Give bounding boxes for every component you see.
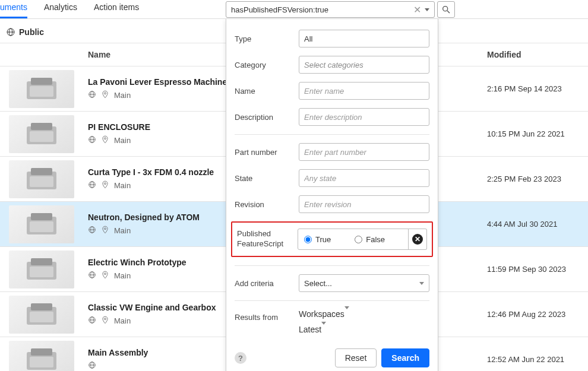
thumbnail xyxy=(0,205,83,243)
tab-action-items[interactable]: Action items xyxy=(94,2,139,18)
false-label: False xyxy=(366,235,385,244)
reset-button[interactable]: Reset xyxy=(335,348,377,367)
svg-point-18 xyxy=(105,138,106,139)
add-criteria-select[interactable]: Select... xyxy=(299,274,429,292)
divider xyxy=(235,300,429,301)
radio-false[interactable] xyxy=(355,236,362,243)
results-from-value-1: Workspaces xyxy=(299,309,344,319)
globe-icon xyxy=(88,90,96,100)
chevron-down-icon[interactable] xyxy=(425,8,429,11)
state-input[interactable] xyxy=(299,169,429,187)
chevron-down-icon xyxy=(419,282,424,285)
results-from-select-2[interactable]: Latest xyxy=(299,325,429,334)
revision-input[interactable] xyxy=(299,195,429,213)
published-fs-label: Published FeatureScript xyxy=(237,229,298,249)
globe-icon xyxy=(88,271,96,281)
add-criteria-placeholder: Select... xyxy=(304,279,332,288)
revision-label: Revision xyxy=(235,200,299,209)
published-fs-false[interactable]: False xyxy=(355,235,385,244)
breadcrumb-label: Public xyxy=(19,27,44,37)
modified-date: 12:46 PM Aug 22 2023 xyxy=(487,310,588,319)
partnumber-input[interactable] xyxy=(299,143,429,161)
category-select[interactable]: Select categories xyxy=(299,56,429,74)
modified-date: 12:52 AM Jun 22 2021 xyxy=(487,355,588,364)
workspace-name: Main xyxy=(114,181,131,190)
published-fs-radio-group: True False xyxy=(298,229,409,250)
svg-rect-21 xyxy=(30,176,53,187)
modified-date: 2:16 PM Sep 14 2023 xyxy=(487,84,588,93)
divider xyxy=(235,134,429,135)
svg-rect-20 xyxy=(31,168,52,175)
svg-rect-28 xyxy=(30,221,53,232)
pin-icon xyxy=(101,90,109,100)
partnumber-label: Part number xyxy=(235,148,299,157)
svg-rect-35 xyxy=(30,267,53,277)
search-submit-button[interactable]: Search xyxy=(381,348,429,367)
svg-rect-42 xyxy=(30,312,53,322)
state-label: State xyxy=(235,174,299,183)
pin-icon xyxy=(101,316,109,326)
advanced-search-panel: Type All Category Select categories Name… xyxy=(226,19,438,371)
workspace-name: Main xyxy=(114,226,131,235)
chevron-down-icon xyxy=(321,322,326,334)
published-fs-true[interactable]: True xyxy=(304,235,331,244)
name-input[interactable] xyxy=(299,82,429,100)
svg-line-1 xyxy=(447,11,450,13)
tab-documents[interactable]: uments xyxy=(0,2,27,18)
search-box[interactable]: ✕ xyxy=(226,1,435,18)
svg-rect-48 xyxy=(31,348,52,356)
search-button[interactable] xyxy=(437,1,455,18)
search-input[interactable] xyxy=(231,5,412,14)
divider xyxy=(235,265,429,266)
workspace-name: Main xyxy=(114,271,131,280)
pin-icon xyxy=(101,135,109,145)
tab-analytics[interactable]: Analytics xyxy=(44,2,77,18)
svg-rect-41 xyxy=(31,303,52,310)
results-from-value-2: Latest xyxy=(299,325,321,334)
description-label: Description xyxy=(235,113,299,122)
help-icon[interactable]: ? xyxy=(235,352,246,364)
svg-point-39 xyxy=(105,273,106,275)
svg-point-46 xyxy=(105,318,106,320)
svg-rect-14 xyxy=(30,131,53,142)
svg-point-25 xyxy=(105,183,106,185)
svg-rect-34 xyxy=(31,258,52,265)
modified-date: 4:44 AM Jul 30 2021 xyxy=(487,220,588,229)
workspace-name: Main xyxy=(114,91,131,100)
type-label: Type xyxy=(235,34,299,43)
type-value: All xyxy=(304,34,312,43)
svg-rect-13 xyxy=(31,123,52,130)
type-select[interactable]: All xyxy=(299,30,429,47)
radio-true[interactable] xyxy=(304,236,312,243)
results-from-select-1[interactable]: Workspaces xyxy=(299,309,429,319)
thumbnail xyxy=(0,250,83,288)
chevron-down-icon xyxy=(344,306,349,319)
globe-icon xyxy=(88,135,96,145)
close-icon: ✕ xyxy=(412,234,423,245)
modified-date: 11:59 PM Sep 30 2023 xyxy=(487,265,588,274)
globe-icon xyxy=(88,180,96,191)
thumbnail xyxy=(0,70,83,108)
remove-criteria-button[interactable]: ✕ xyxy=(408,229,427,250)
category-placeholder: Select categories xyxy=(304,61,363,69)
modified-date: 10:15 PM Jun 22 2021 xyxy=(487,129,588,138)
thumbnail xyxy=(0,160,83,198)
thumbnail xyxy=(0,296,83,334)
globe-icon xyxy=(88,316,96,326)
search-icon xyxy=(441,5,451,14)
svg-rect-27 xyxy=(31,213,52,220)
thumbnail xyxy=(0,115,83,153)
pin-icon xyxy=(101,271,109,281)
category-label: Category xyxy=(235,61,299,69)
workspace-name: Main xyxy=(114,136,131,145)
true-label: True xyxy=(315,235,331,244)
pin-icon xyxy=(101,226,109,236)
add-criteria-label: Add criteria xyxy=(235,279,299,288)
clear-icon[interactable]: ✕ xyxy=(412,4,422,15)
workspace-name: Main xyxy=(114,316,131,325)
thumbnail xyxy=(0,341,83,372)
published-fs-criteria: Published FeatureScript True False ✕ xyxy=(231,221,433,257)
globe-icon xyxy=(6,27,15,37)
description-input[interactable] xyxy=(299,108,429,126)
col-modified[interactable]: Modified xyxy=(487,50,588,59)
